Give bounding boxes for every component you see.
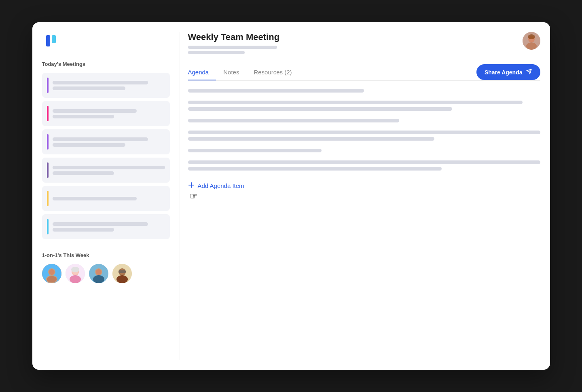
agenda-group [188,89,540,93]
svg-point-9 [70,275,81,283]
skeleton [53,137,148,141]
skeleton [53,81,148,84]
add-agenda-item-button[interactable]: Add Agenda Item [188,182,540,190]
page-title: Weekly Team Meeting [188,32,280,42]
meeting-item[interactable] [42,186,170,211]
skeleton [53,171,114,175]
tab-resources[interactable]: Resources (2) [246,65,299,80]
skeleton [53,86,126,90]
meeting-color-bar [47,106,49,121]
meeting-color-bar [47,78,49,93]
meeting-color-bar [47,191,49,206]
send-icon [526,68,532,76]
share-agenda-label: Share Agenda [485,69,523,76]
svg-point-18 [116,275,128,283]
agenda-group [188,149,540,152]
meeting-text [53,197,165,200]
meeting-list [42,73,170,239]
skeleton [188,149,322,152]
main-header: Weekly Team Meeting [188,32,540,56]
tab-agenda[interactable]: Agenda [188,65,216,80]
skeleton [53,222,148,226]
skeleton [188,119,400,122]
svg-point-14 [93,275,104,283]
skeleton [188,51,245,54]
meeting-text [53,166,165,175]
add-icon [188,182,195,190]
app-window: Today's Meetings [32,22,550,370]
main-content: Weekly Team Meeting Agenda Notes [180,32,540,360]
sidebar: Today's Meetings [42,32,180,360]
tabs-row: Agenda Notes Resources (2) Share Agenda [188,64,540,81]
svg-point-23 [526,42,537,50]
skeleton [188,160,540,164]
user-avatar[interactable] [523,32,540,50]
skeleton [188,46,277,49]
svg-point-11 [71,267,79,272]
skeleton [188,137,435,141]
one-on-one-section: 1-on-1's This Week [42,252,170,283]
meeting-item[interactable] [42,158,170,183]
agenda-group [188,160,540,171]
skeleton [53,115,114,118]
meeting-text [53,137,165,147]
skeleton [188,89,364,93]
meeting-color-bar [47,162,49,178]
add-agenda-item-label: Add Agenda Item [198,182,244,189]
agenda-content: Add Agenda Item ☞ [188,89,540,201]
skeleton [53,109,137,113]
avatars-row [42,264,170,283]
section-title-meetings: Today's Meetings [42,61,170,67]
skeleton [188,167,442,171]
agenda-group [188,119,540,122]
svg-rect-20 [119,270,126,273]
skeleton [188,131,540,134]
skeleton [53,143,126,147]
skeleton [188,101,523,104]
svg-rect-0 [46,35,50,46]
agenda-group [188,101,540,111]
avatar[interactable] [66,264,85,283]
skeleton [53,197,137,200]
cursor-hand: ☞ [190,192,540,201]
meeting-item[interactable] [42,214,170,239]
svg-point-6 [47,276,57,282]
meeting-color-bar [47,134,49,150]
app-logo[interactable] [42,32,60,50]
meeting-item[interactable] [42,101,170,126]
skeleton [188,107,452,111]
meeting-color-bar [47,219,49,234]
meeting-title-block: Weekly Team Meeting [188,32,280,56]
avatar[interactable] [112,264,132,283]
agenda-group [188,131,540,141]
skeleton [53,166,165,169]
meeting-item[interactable] [42,129,170,154]
meeting-text [53,109,165,118]
tab-notes[interactable]: Notes [216,65,246,80]
meeting-item[interactable] [42,73,170,98]
svg-rect-1 [52,35,56,43]
app-inner: Today's Meetings [32,22,550,370]
avatar[interactable] [89,264,108,283]
section-title-oneononee: 1-on-1's This Week [42,252,170,258]
meeting-text [53,81,165,90]
svg-point-24 [528,34,535,39]
meeting-text [53,222,165,232]
share-agenda-button[interactable]: Share Agenda [476,64,540,80]
svg-point-5 [49,269,55,275]
svg-point-15 [96,269,102,275]
skeleton [53,228,114,232]
avatar[interactable] [42,264,61,283]
